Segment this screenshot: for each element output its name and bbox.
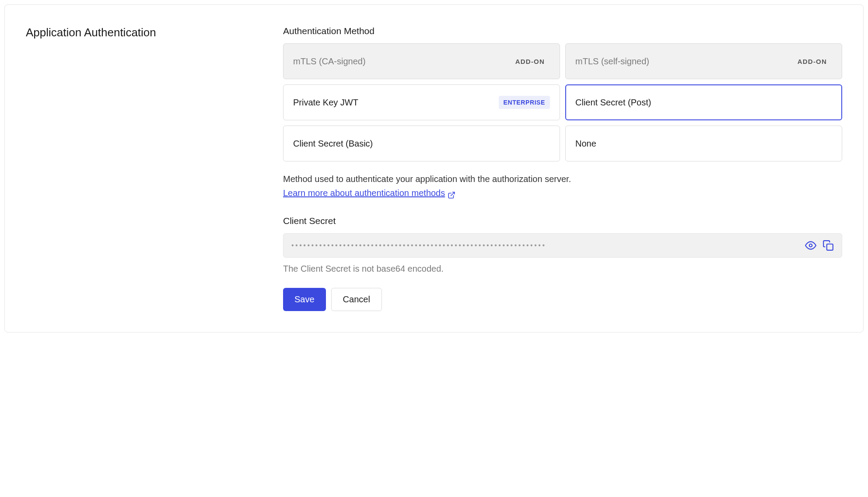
auth-method-label: Authentication Method	[283, 26, 842, 36]
enterprise-badge: ENTERPRISE	[499, 96, 550, 109]
auth-option-none[interactable]: None	[565, 126, 842, 161]
addon-badge: ADD-ON	[792, 55, 832, 68]
copy-icon	[822, 240, 834, 251]
cancel-button[interactable]: Cancel	[331, 288, 382, 311]
auth-method-grid: mTLS (CA-signed) ADD-ON mTLS (self-signe…	[283, 43, 842, 161]
client-secret-label: Client Secret	[283, 216, 842, 226]
auth-option-label: Client Secret (Post)	[575, 98, 651, 108]
save-button[interactable]: Save	[283, 288, 326, 311]
reveal-secret-button[interactable]	[805, 240, 816, 251]
eye-icon	[805, 240, 816, 251]
auth-option-label: Private Key JWT	[293, 98, 358, 108]
learn-more-link[interactable]: Learn more about authentication methods	[283, 186, 455, 200]
helper-text-content: Method used to authenticate your applica…	[283, 174, 571, 184]
auth-option-label: mTLS (CA-signed)	[293, 56, 366, 66]
auth-option-private-key-jwt[interactable]: Private Key JWT ENTERPRISE	[283, 84, 560, 120]
section-title: Application Authentication	[26, 26, 262, 39]
section-title-column: Application Authentication	[26, 26, 262, 311]
auth-method-helper: Method used to authenticate your applica…	[283, 172, 842, 200]
auth-option-label: mTLS (self-signed)	[575, 56, 649, 66]
auth-option-label: Client Secret (Basic)	[293, 139, 373, 149]
svg-line-0	[451, 192, 455, 196]
copy-secret-button[interactable]	[822, 240, 834, 251]
addon-badge: ADD-ON	[510, 55, 550, 68]
auth-option-client-secret-post[interactable]: Client Secret (Post)	[565, 84, 842, 120]
learn-more-text: Learn more about authentication methods	[283, 186, 445, 200]
client-secret-masked-value: ••••••••••••••••••••••••••••••••••••••••…	[291, 240, 799, 251]
auth-option-mtls-self[interactable]: mTLS (self-signed) ADD-ON	[565, 43, 842, 79]
external-link-icon	[448, 189, 455, 197]
client-secret-section: Client Secret ••••••••••••••••••••••••••…	[283, 216, 842, 274]
auth-option-label: None	[575, 139, 596, 149]
client-secret-hint: The Client Secret is not base64 encoded.	[283, 264, 842, 274]
form-actions: Save Cancel	[283, 288, 842, 311]
settings-column: Authentication Method mTLS (CA-signed) A…	[283, 26, 842, 311]
auth-option-client-secret-basic[interactable]: Client Secret (Basic)	[283, 126, 560, 161]
auth-option-mtls-ca[interactable]: mTLS (CA-signed) ADD-ON	[283, 43, 560, 79]
svg-point-1	[809, 244, 812, 247]
client-secret-field: ••••••••••••••••••••••••••••••••••••••••…	[283, 233, 842, 258]
app-auth-card: Application Authentication Authenticatio…	[4, 4, 864, 332]
svg-rect-2	[827, 244, 833, 250]
